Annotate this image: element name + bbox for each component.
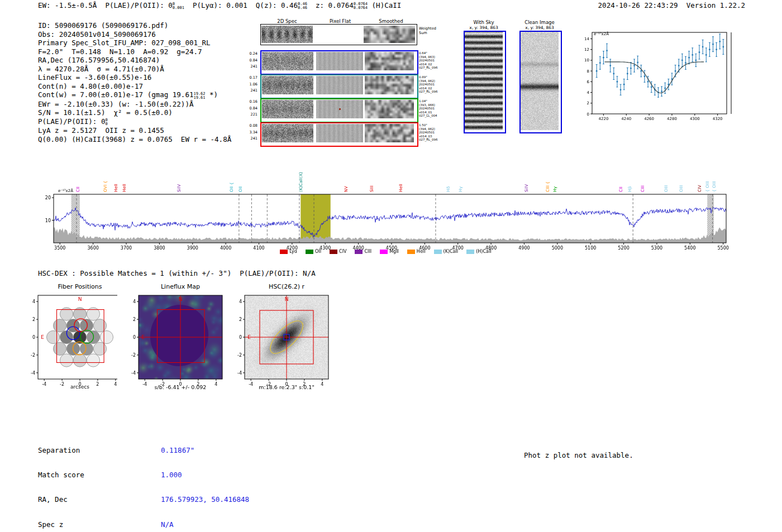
emission-line-label: CIV [697,185,702,192]
cutout-row3-smoothed [365,100,414,118]
cutout-row3-right-label: 1.04" (393, 866) 20240501 v014_01 027_LL… [419,99,437,118]
table-row: Spec zN/A [38,521,249,529]
cutout-row4-2d [262,124,313,142]
emission-line-label: Hδ [446,186,451,192]
legend-label: Lyα [289,249,297,254]
summary-header: EW: -1.5±-0.5Å P(LAE)/P(OII): 000.001 P(… [38,1,401,10]
elixer-report-page: EW: -1.5±-0.5Å P(LAE)/P(OII): 000.001 P(… [0,0,782,532]
row-value: 1.000 [161,471,182,479]
cutout-row4-left-label: 0.08 3.34 241 [241,123,258,142]
emission-line-label: Hγ [458,186,463,192]
lineflux-map-title: Lineflux Map [161,283,200,290]
table-row: Match score1.000 [38,471,249,480]
info-line: Cont(n) = 4.80(±0.00)e-17 [38,82,231,91]
cutout-row3-left-label: 0.16 0.84 221 [241,99,258,118]
info-line: Q(0.00) (H)CaII(3968) z = 0.0765 EW r = … [38,135,231,144]
table-row: RA, Dec176.579923, 50.416848 [38,496,249,504]
row-value: 0.11867" [161,446,194,454]
cutout-row4-flat [316,124,363,142]
with-sky-title: With Sky [473,20,494,25]
legend-label: OII [315,249,321,254]
cutout-row1-flat [316,52,363,70]
weighted-sum-label: Weighted Sum [419,26,436,35]
fiber-xlabel: arcsecs [70,384,89,390]
legend-swatch [355,250,363,254]
info-line: F=2.0" T=0.148 N=1.10 A=0.92 g=24.7 [38,47,231,56]
spectrum-units-annotation: e⁻¹⁷x2Å [58,189,73,193]
emission-line-label: SiIV [177,184,182,192]
legend-swatch [330,250,337,254]
info-line: P(LAE)/P(OII): 000 [38,117,231,126]
legend-label: MgII [389,249,399,254]
cutout-row4-smoothed [365,124,414,142]
emission-line-label: CIII { [545,181,550,192]
legend-label: (H)CaII [476,249,491,254]
emission-line-label: HeII [113,184,118,192]
row-label: Separation [38,447,161,455]
legend-item: CIII [355,249,371,254]
col-title-smoothed: Smoothed [379,18,403,24]
emission-line-label: OII { [229,183,234,192]
table-row: Separation0.11867" [38,447,249,455]
emission-line-label: (K)CaII(X) [298,172,303,192]
cutout-row1-2d [262,52,313,70]
cutout-row3-flat [316,100,363,118]
info-line: RA,Dec (176.579956,50.416874) [38,56,231,65]
legend-item: Lyα [280,249,297,254]
emission-line-label: Hγ [552,186,557,192]
legend-swatch [306,250,313,254]
hsc-image-panel [223,291,332,387]
timestamp-version: 2024-10-26 22:43:29 Version 1.22.2 [598,1,745,9]
with-sky-image [465,32,503,130]
info-line: EWr = -2.10(±0.33) (w: -1.50(±0.22))Å [38,100,231,109]
legend-swatch [434,250,442,254]
col-title-2dspec: 2D Spec [277,18,297,24]
hscdex-match-line: HSC-DEX : Possible Matches = 1 (within +… [38,269,316,277]
photz-note: Phot z plot not available. [524,451,633,459]
hsc-caption: m:18.6 re:2.3" s:0.1" [259,384,314,390]
emission-line-label: SIII [369,186,374,192]
hsc-cutout-title: HSC(26.2) r [269,283,304,290]
emission-line-label: OIII [664,185,669,192]
emission-line-label: CIII [640,185,645,192]
cutout-row2-smoothed [365,76,414,94]
cutout-row2-right-label: 0.89" (394, 862) 20240501 v014_02 027_RL… [419,75,437,94]
legend-swatch [280,250,288,254]
info-block: ID: 5090069176 (5090069176.pdf)Obs: 2024… [38,21,231,143]
match-table: Separation0.11867" Match score1.000 RA, … [38,430,249,532]
legend-label: (K)CaII [444,249,459,254]
info-line: S/N = 10.1(±1.5) χ² = 0.5(±0.0) [38,108,231,117]
info-line: Cont(w) = 7.00(±0.01)e-17 (gmag 19.6119.… [38,90,231,99]
cutout-row1-right-label: 0.64" (394, 863) 20240501 v014_02 027_RL… [419,51,437,70]
cutout-row1-smoothed [365,52,414,70]
row-label: RA, Dec [38,496,161,504]
spectrum-legend: LyαOIICIVCIIIMgIIHeII(K)CaII(H)CaII [38,249,733,254]
legend-item: CIV [330,249,346,254]
clean-image-title: Clean Image [524,20,554,25]
legend-item: HeII [407,249,426,254]
legend-swatch [466,250,474,254]
clean-image-canvas [521,32,559,130]
row-label: Match score [38,471,161,480]
legend-label: CIII [364,249,371,254]
clean-image-xy: x, y: 394, 863 [525,25,554,30]
stacked-fraction: 0.460.46 [298,2,307,10]
fiber-positions-panel [17,291,126,387]
row-label: Spec z [38,521,161,529]
emission-line-label: NV [344,186,349,192]
lineflux-caption: s/b: -6.41 +/- 0.092 [155,384,207,390]
cutout-row2-left-label: 0.17 1.06 241 [241,75,258,94]
main-spectrum-plot [38,188,733,256]
stacked-fraction: 0.07640.0764 [354,2,368,10]
line-fit-inset-plot [578,26,735,128]
cutout-row1-left-label: 0.24 0.84 241 [241,51,258,70]
info-line: ID: 5090069176 (5090069176.pdf) [38,21,231,30]
cutout-row4-right-label: 1.50" (394, 862) 20240501 v014_03 027_RL… [419,123,437,142]
with-sky-xy: x, y: 394, 863 [469,25,498,30]
stacked-fraction: 00 [105,118,107,126]
info-line: Primary Spec_Slot_IFU_AMP: 027_098_001_R… [38,39,231,47]
emission-line-label: HeII [122,184,127,192]
emission-line-label: OIII [679,185,684,192]
emission-line-label: OII [238,186,243,192]
emission-line-label: CII [75,186,80,192]
